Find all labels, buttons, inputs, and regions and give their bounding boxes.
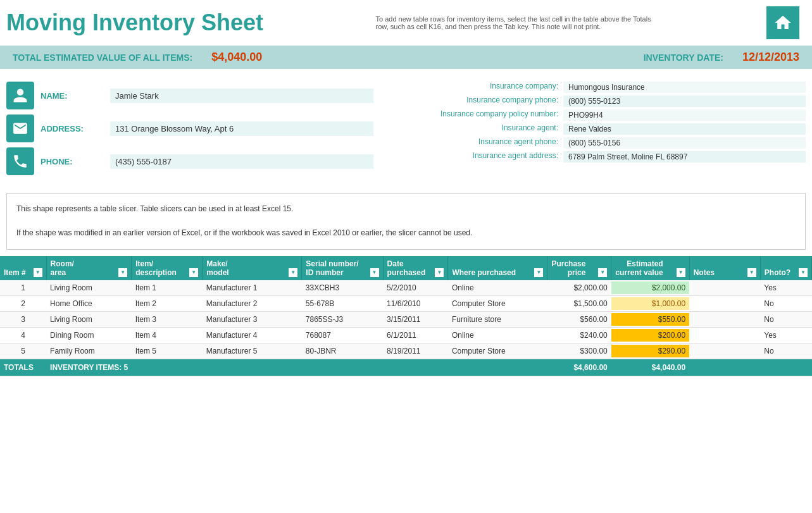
cell-price: $240.00 [547, 327, 611, 343]
col-price: Purchaseprice ▼ [547, 256, 611, 280]
cell-est-value: $290.00 [611, 343, 689, 359]
table-row: 1 Living Room Item 1 Manufacturer 1 33XC… [0, 280, 812, 296]
cell-notes [689, 311, 760, 327]
filter-notes[interactable]: ▼ [747, 268, 756, 277]
cell-item-num: 4 [0, 327, 46, 343]
personal-info: NAME: Jamie Stark ADDRESS: 131 Orange Bl… [6, 82, 373, 180]
header: Moving Inventory Sheet To add new table … [0, 0, 812, 46]
date-value: 12/12/2013 [742, 51, 799, 64]
date-label: INVENTORY DATE: [644, 53, 723, 63]
filter-where[interactable]: ▼ [534, 268, 543, 277]
ins-label: Insurance company policy number: [399, 109, 563, 121]
cell-serial: 55-678B [302, 295, 383, 311]
filter-price[interactable]: ▼ [598, 268, 607, 277]
cell-room: Home Office [46, 295, 132, 311]
cell-serial: 33XCBH3 [302, 280, 383, 296]
cell-est-value: $1,000.00 [611, 295, 689, 311]
cell-serial: 768087 [302, 327, 383, 343]
cell-item-num: 3 [0, 311, 46, 327]
insurance-row: Insurance agent address: 6789 Palm Stree… [399, 151, 806, 163]
col-room: Room/area ▼ [46, 256, 132, 280]
cell-item-num: 1 [0, 280, 46, 296]
home-icon [773, 13, 792, 32]
ins-label: Insurance agent address: [399, 151, 563, 163]
ins-label: Insurance agent: [399, 123, 563, 135]
totals-price: $4,600.00 [547, 359, 611, 376]
cell-date: 6/1/2011 [383, 327, 448, 343]
total-label: TOTAL ESTIMATED VALUE OF ALL ITEMS: [13, 53, 192, 63]
table-row: 5 Family Room Item 5 Manufacturer 5 80-J… [0, 343, 812, 359]
person-icon-container [6, 82, 34, 109]
slicer-line1: This shape represents a table slicer. Ta… [16, 203, 796, 215]
cell-item: Item 1 [132, 280, 203, 296]
insurance-row: Insurance agent phone: (800) 555-0156 [399, 137, 806, 149]
name-row: NAME: Jamie Stark [6, 82, 373, 109]
cell-item: Item 2 [132, 295, 203, 311]
filter-make[interactable]: ▼ [289, 268, 297, 277]
address-row: ADDRESS: 131 Orange Blossom Way, Apt 6 [6, 114, 373, 142]
ins-value: (800) 555-0156 [563, 137, 806, 149]
filter-item-desc[interactable]: ▼ [189, 268, 198, 277]
totals-spacer [448, 359, 547, 376]
cell-make: Manufacturer 5 [203, 343, 302, 359]
home-button[interactable] [766, 6, 799, 39]
cell-item: Item 5 [132, 343, 203, 359]
cell-serial: 80-JBNR [302, 343, 383, 359]
filter-est-value[interactable]: ▼ [677, 268, 685, 277]
insurance-info: Insurance company: Humongous Insurance I… [399, 82, 806, 180]
ins-value: 6789 Palm Street, Moline FL 68897 [563, 151, 806, 163]
phone-icon [12, 153, 28, 170]
filter-item-num[interactable]: ▼ [34, 268, 42, 277]
cell-room: Living Room [46, 311, 132, 327]
table-row: 4 Dining Room Item 4 Manufacturer 4 7680… [0, 327, 812, 343]
cell-make: Manufacturer 4 [203, 327, 302, 343]
cell-item-num: 5 [0, 343, 46, 359]
filter-photo[interactable]: ▼ [799, 268, 808, 277]
col-item-num: Item # ▼ [0, 256, 46, 280]
cell-price: $2,000.00 [547, 280, 611, 296]
totals-est: $4,040.00 [611, 359, 689, 376]
col-est-value: Estimatedcurrent value ▼ [611, 256, 689, 280]
cell-photo: No [760, 311, 811, 327]
header-note: To add new table rows for inventory item… [376, 15, 654, 30]
cell-date: 5/2/2010 [383, 280, 448, 296]
ins-value: Humongous Insurance [563, 82, 806, 93]
totals-row: TOTALS INVENTORY ITEMS: 5 $4,600.00 $4,0… [0, 359, 812, 376]
filter-room[interactable]: ▼ [118, 268, 127, 277]
ins-label: Insurance company: [399, 82, 563, 93]
cell-make: Manufacturer 1 [203, 280, 302, 296]
phone-value: (435) 555-0187 [110, 154, 373, 169]
cell-room: Family Room [46, 343, 132, 359]
info-section: NAME: Jamie Stark ADDRESS: 131 Orange Bl… [0, 69, 812, 187]
address-value: 131 Orange Blossom Way, Apt 6 [110, 121, 373, 136]
table-row: 2 Home Office Item 2 Manufacturer 2 55-6… [0, 295, 812, 311]
cell-item: Item 3 [132, 311, 203, 327]
totals-photo [760, 359, 811, 376]
phone-row: PHONE: (435) 555-0187 [6, 147, 373, 175]
insurance-row: Insurance company: Humongous Insurance [399, 82, 806, 93]
insurance-row: Insurance company policy number: PHO99H4 [399, 109, 806, 121]
ins-label: Insurance agent phone: [399, 137, 563, 149]
phone-icon-container [6, 147, 34, 175]
cell-photo: Yes [760, 327, 811, 343]
address-label: ADDRESS: [41, 124, 110, 133]
cell-notes [689, 327, 760, 343]
col-make: Make/model ▼ [203, 256, 302, 280]
total-value: $4,040.00 [211, 51, 262, 64]
inventory-table-container: Item # ▼ Room/area ▼ Item/description ▼ [0, 256, 812, 376]
cell-where: Online [448, 280, 547, 296]
cell-make: Manufacturer 3 [203, 311, 302, 327]
ins-value: PHO99H4 [563, 109, 806, 121]
cell-item: Item 4 [132, 327, 203, 343]
address-icon [12, 120, 28, 137]
name-value: Jamie Stark [110, 89, 373, 103]
slicer-note: This shape represents a table slicer. Ta… [6, 193, 806, 250]
cell-est-value: $550.00 [611, 311, 689, 327]
ins-label: Insurance company phone: [399, 96, 563, 107]
cell-date: 11/6/2010 [383, 295, 448, 311]
insurance-row: Insurance agent: Rene Valdes [399, 123, 806, 135]
cell-room: Dining Room [46, 327, 132, 343]
cell-est-value: $2,000.00 [611, 280, 689, 296]
filter-serial[interactable]: ▼ [370, 268, 379, 277]
filter-date[interactable]: ▼ [435, 268, 444, 277]
